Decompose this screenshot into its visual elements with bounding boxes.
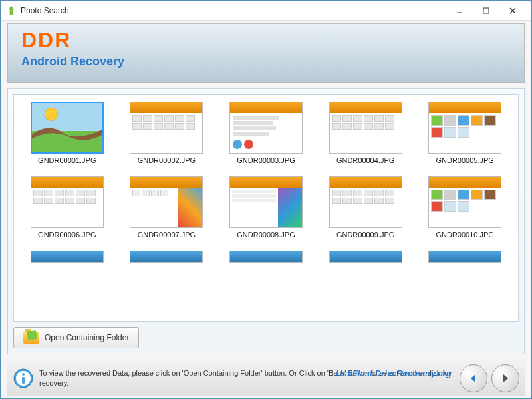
folder-icon (23, 332, 39, 344)
forward-arrow-icon (499, 372, 511, 384)
thumbnail-image (428, 251, 501, 263)
thumbnail-image (329, 176, 402, 228)
logo-subtitle: Android Recovery (21, 55, 511, 68)
logo-text: DDR (21, 29, 511, 51)
thumbnail-image (428, 102, 501, 154)
thumbnail-image (229, 102, 303, 154)
footer-bar: To view the recovered Data, please click… (7, 360, 525, 396)
thumbnail-item[interactable] (120, 251, 213, 263)
open-folder-label: Open Containing Folder (45, 333, 129, 342)
thumbnail-image (229, 251, 303, 263)
back-button[interactable] (460, 364, 487, 392)
thumbnail-image (130, 102, 203, 154)
app-window: Photo Search DDR Android Recovery GNDR00… (0, 0, 532, 399)
minimize-icon (456, 7, 463, 14)
maximize-icon (483, 7, 489, 14)
thumbnail-label: GNDR00003.JPG (237, 156, 295, 164)
svg-rect-6 (32, 102, 102, 130)
thumbnail-image (329, 251, 402, 263)
thumbnail-image (31, 251, 104, 263)
svg-point-10 (22, 373, 25, 376)
thumbnail-image (31, 176, 104, 228)
thumbnail-image (130, 251, 203, 263)
thumbnail-item[interactable]: GNDR00010.JPG (418, 176, 511, 239)
thumbnail-area[interactable]: GNDR00001.JPGGNDR00002.JPGGNDR00003.JPGG… (13, 94, 519, 322)
thumbnail-image (428, 176, 501, 228)
thumbnail-item[interactable]: GNDR00007.JPG (120, 176, 213, 239)
button-row: Open Containing Folder (13, 327, 519, 348)
close-button[interactable] (499, 1, 526, 20)
thumbnail-item[interactable]: GNDR00002.JPG (120, 102, 213, 164)
header-banner: DDR Android Recovery (7, 23, 525, 83)
titlebar: Photo Search (1, 1, 531, 21)
thumbnail-label: GNDR00010.JPG (436, 231, 493, 239)
svg-rect-11 (22, 377, 25, 384)
nav-buttons (460, 364, 519, 392)
thumbnail-item[interactable]: GNDR00009.JPG (319, 176, 412, 239)
thumbnail-label: GNDR00002.JPG (138, 156, 196, 164)
window-title: Photo Search (21, 6, 446, 15)
thumbnail-label: GNDR00006.JPG (38, 231, 96, 239)
svg-rect-1 (483, 8, 489, 13)
thumbnail-image (229, 176, 303, 228)
thumbnail-item[interactable]: GNDR00003.JPG (219, 102, 313, 164)
thumbnail-item[interactable]: GNDR00008.JPG (219, 176, 313, 239)
open-containing-folder-button[interactable]: Open Containing Folder (13, 327, 139, 348)
thumbnail-item[interactable]: GNDR00006.JPG (21, 176, 114, 239)
thumbnail-item[interactable] (21, 251, 114, 263)
app-icon (6, 5, 17, 16)
thumbnail-item[interactable]: GNDR00005.JPG (418, 102, 511, 164)
thumbnail-image (329, 102, 402, 154)
thumbnail-label: GNDR00007.JPG (138, 231, 196, 239)
thumbnail-item[interactable] (219, 251, 313, 263)
close-icon (509, 7, 516, 14)
thumbnail-label: GNDR00004.JPG (336, 156, 394, 164)
thumbnail-grid: GNDR00001.JPGGNDR00002.JPGGNDR00003.JPGG… (21, 102, 511, 263)
thumbnail-label: GNDR00009.JPG (336, 231, 394, 239)
thumbnail-label: GNDR00008.JPG (237, 231, 295, 239)
back-arrow-icon (467, 372, 479, 384)
thumbnail-image (130, 176, 203, 228)
thumbnail-label: GNDR00001.JPG (38, 156, 96, 164)
thumbnail-item[interactable] (418, 251, 511, 263)
thumbnail-label: GNDR00005.JPG (436, 156, 493, 164)
thumbnail-item[interactable] (319, 251, 412, 263)
minimize-button[interactable] (446, 1, 473, 20)
svg-point-7 (45, 108, 57, 120)
content-frame: GNDR00001.JPGGNDR00002.JPGGNDR00003.JPGG… (7, 88, 525, 354)
thumbnail-item[interactable]: GNDR00004.JPG (319, 102, 412, 164)
thumbnail-item[interactable]: GNDR00001.JPG (21, 102, 114, 164)
info-icon (13, 368, 34, 389)
maximize-button[interactable] (473, 1, 499, 20)
forward-button[interactable] (491, 364, 519, 392)
window-controls (446, 1, 526, 20)
watermark-text: UsbFlashDriveRecovery.org (336, 368, 452, 378)
thumbnail-image (31, 102, 104, 154)
